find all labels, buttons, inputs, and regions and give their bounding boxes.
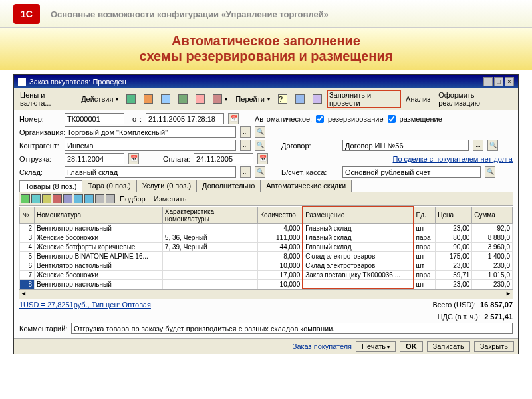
- tab-services[interactable]: Услуги (0 поз.): [136, 180, 197, 192]
- table-row[interactable]: 2Вентилятор настольный4,000Главный склад…: [20, 223, 513, 233]
- contr-select-button[interactable]: ...: [240, 140, 251, 151]
- wh-input[interactable]: [65, 166, 236, 178]
- tb-icon-8[interactable]: [309, 93, 325, 105]
- ship-label: Отгрузка:: [19, 155, 61, 163]
- order-link[interactable]: Заказ покупателя: [293, 342, 352, 350]
- close-button[interactable]: ×: [505, 77, 514, 86]
- place-checkbox[interactable]: [388, 115, 396, 123]
- toolbar: Цены и валюта... Действия Перейти ? Запо…: [14, 88, 518, 110]
- analysis-button[interactable]: Анализ: [402, 94, 434, 104]
- maximize-button[interactable]: □: [494, 77, 503, 86]
- tab-additional[interactable]: Дополнительно: [196, 180, 261, 192]
- org-search-icon[interactable]: 🔍: [255, 126, 265, 138]
- title-line1: Автоматическое заполнение: [0, 33, 532, 49]
- org-label: Организация:: [19, 128, 61, 136]
- org-select-button[interactable]: ...: [240, 126, 251, 138]
- minimize-button[interactable]: –: [483, 77, 493, 86]
- scrollbar-stub[interactable]: ◄►: [19, 289, 513, 299]
- tb-icon-6[interactable]: [209, 93, 231, 105]
- tab-goods[interactable]: Товары (8 поз.): [19, 180, 82, 192]
- tb-icon-5[interactable]: [192, 93, 208, 105]
- header-title: Основные возможности конфигурации «Управ…: [51, 9, 329, 19]
- deal-info-link[interactable]: По сделке с покупателем нет долга: [392, 155, 513, 163]
- contr-search-icon[interactable]: 🔍: [255, 140, 265, 151]
- sort-icon[interactable]: [63, 194, 72, 203]
- date-label: от:: [128, 115, 142, 123]
- col-nom[interactable]: Номенклатура: [35, 207, 163, 223]
- help-icon[interactable]: ?: [275, 93, 291, 105]
- ship-cal-icon[interactable]: 📅: [128, 153, 139, 164]
- number-label: Номер:: [19, 115, 61, 123]
- items-grid[interactable]: № Номенклатура Характеристика номенклату…: [19, 206, 513, 289]
- col-n[interactable]: №: [20, 207, 35, 223]
- table-row[interactable]: 8Вентилятор настольный10,000шт23,00230,0: [20, 279, 513, 289]
- tb-icon-7[interactable]: [292, 93, 308, 105]
- comment-input[interactable]: [71, 323, 513, 334]
- tb-icon-4[interactable]: [175, 93, 191, 105]
- form-content: Номер: от: 📅 Автоматическое: резервирова…: [14, 110, 518, 338]
- tab-tare[interactable]: Тара (0 поз.): [82, 180, 136, 192]
- acc-search-icon[interactable]: 🔍: [485, 166, 495, 178]
- slide-header: 1C Основные возможности конфигурации «Уп…: [0, 0, 532, 28]
- ship-input[interactable]: [65, 153, 124, 164]
- vat-label: НДС (в т. ч.):: [438, 313, 480, 321]
- dog-select-button[interactable]: ...: [473, 140, 483, 151]
- dog-search-icon[interactable]: 🔍: [487, 140, 498, 151]
- rate-link[interactable]: 1USD = 27,8251руб., Тип цен: Оптовая: [19, 301, 151, 309]
- pay-input[interactable]: [194, 153, 253, 164]
- pick-button[interactable]: Подбор: [116, 194, 149, 204]
- go-dropdown[interactable]: Перейти: [232, 94, 273, 104]
- ok-button[interactable]: OK: [400, 341, 423, 352]
- auto-label: Автоматическое:: [255, 115, 312, 123]
- az-icon[interactable]: [95, 194, 104, 203]
- wh-search-icon[interactable]: 🔍: [255, 166, 265, 178]
- tb-icon-3[interactable]: [158, 93, 174, 105]
- col-char[interactable]: Характеристика номенклатуры: [162, 207, 257, 223]
- edit-icon[interactable]: [42, 194, 51, 203]
- comment-label: Комментарий:: [19, 325, 67, 332]
- tab-discounts[interactable]: Автоматические скидки: [260, 180, 352, 192]
- table-row[interactable]: 3Женские босоножки5, 36, Черный111,000Гл…: [20, 233, 513, 242]
- col-price[interactable]: Цена: [436, 207, 472, 223]
- calendar-icon[interactable]: 📅: [228, 113, 239, 124]
- copy-icon[interactable]: [31, 194, 41, 203]
- up-icon[interactable]: [74, 194, 83, 203]
- col-unit[interactable]: Ед.: [414, 207, 436, 223]
- window-icon: [18, 78, 26, 86]
- reserve-checkbox[interactable]: [316, 115, 324, 123]
- change-button[interactable]: Изменить: [150, 194, 190, 204]
- col-qty[interactable]: Количество: [258, 207, 303, 223]
- dog-input[interactable]: [342, 140, 469, 151]
- realize-button[interactable]: Оформить реализацию: [435, 90, 515, 108]
- print-button[interactable]: Печать: [356, 341, 396, 352]
- number-input[interactable]: [65, 113, 124, 124]
- za-icon[interactable]: [106, 194, 115, 203]
- tb-icon-2[interactable]: [140, 93, 156, 105]
- col-sum[interactable]: Сумма: [472, 207, 513, 223]
- close-form-button[interactable]: Закрыть: [474, 341, 514, 352]
- table-row[interactable]: 6Вентилятор настольный10,000Склад электр…: [20, 261, 513, 270]
- date-input[interactable]: [146, 113, 224, 124]
- col-place[interactable]: Размещение: [303, 207, 413, 223]
- table-row[interactable]: 5Вентилятор BINATONE ALPINE 16...8,000Ск…: [20, 251, 513, 261]
- grid-toolbar: Подбор Изменить: [19, 192, 513, 206]
- wh-label: Склад:: [19, 168, 61, 176]
- contr-label: Контрагент:: [19, 142, 61, 150]
- save-button[interactable]: Записать: [427, 341, 470, 352]
- prices-button[interactable]: Цены и валюта...: [17, 90, 76, 108]
- acc-input[interactable]: [342, 166, 481, 178]
- table-row[interactable]: 7Женские босоножки17,000Заказ поставщику…: [20, 270, 513, 279]
- tb-icon-1[interactable]: [123, 93, 139, 105]
- delete-icon[interactable]: [53, 194, 62, 203]
- vat-value: 2 571,41: [484, 313, 513, 321]
- table-row[interactable]: 4Женские ботфорты коричневые7, 39, Черны…: [20, 242, 513, 251]
- actions-dropdown[interactable]: Действия: [78, 94, 122, 104]
- title-line2: схемы резервирования и размещения: [0, 49, 532, 64]
- wh-select-button[interactable]: ...: [240, 166, 251, 178]
- fill-and-post-button[interactable]: Заполнить и провести: [327, 90, 401, 108]
- down-icon[interactable]: [84, 194, 94, 203]
- org-input[interactable]: [65, 126, 236, 138]
- pay-cal-icon[interactable]: 📅: [257, 153, 268, 164]
- contr-input[interactable]: [65, 140, 236, 151]
- add-icon[interactable]: [21, 194, 30, 203]
